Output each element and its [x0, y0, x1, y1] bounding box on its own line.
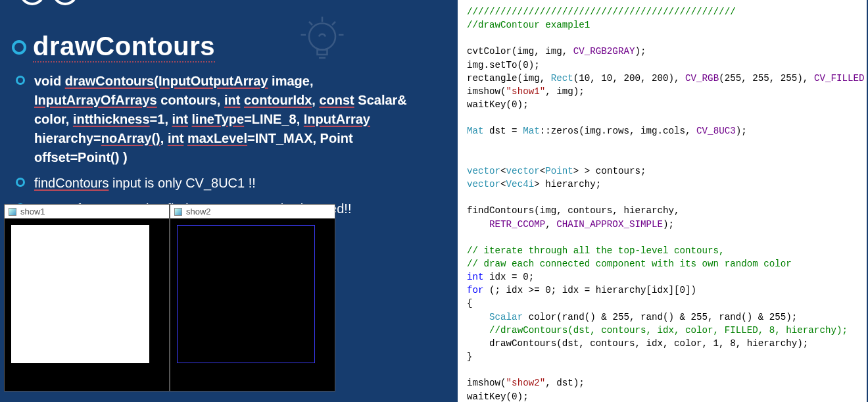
window-body [5, 218, 169, 391]
signature-text: void drawContours(InputOutputArray image… [34, 72, 433, 167]
bullet-icon [16, 76, 25, 85]
code-panel: ////////////////////////////////////////… [458, 0, 867, 402]
window-body [170, 218, 335, 391]
window-title: show1 [20, 207, 45, 216]
bullet-icon [16, 178, 25, 187]
white-rectangle [11, 225, 149, 363]
app-icon [9, 208, 16, 216]
window-title: show2 [186, 207, 211, 216]
title-row: drawContours [12, 32, 433, 63]
slide-title: drawContours [33, 32, 215, 63]
app-icon [174, 208, 182, 216]
window-show2: show2 [170, 204, 335, 391]
decorative-eyes [20, 0, 78, 5]
window-titlebar: show1 [5, 205, 169, 218]
bullet-note-input: findContours input is only CV_8UC1 !! [16, 174, 433, 193]
bullet-signature: void drawContours(InputOutputArray image… [16, 72, 433, 167]
window-show1: show1 [4, 204, 170, 391]
blue-rectangle [177, 225, 315, 363]
bullet-text: findContours input is only CV_8UC1 !! [34, 174, 256, 193]
window-titlebar: show2 [170, 205, 335, 218]
bullet-icon [12, 40, 26, 55]
